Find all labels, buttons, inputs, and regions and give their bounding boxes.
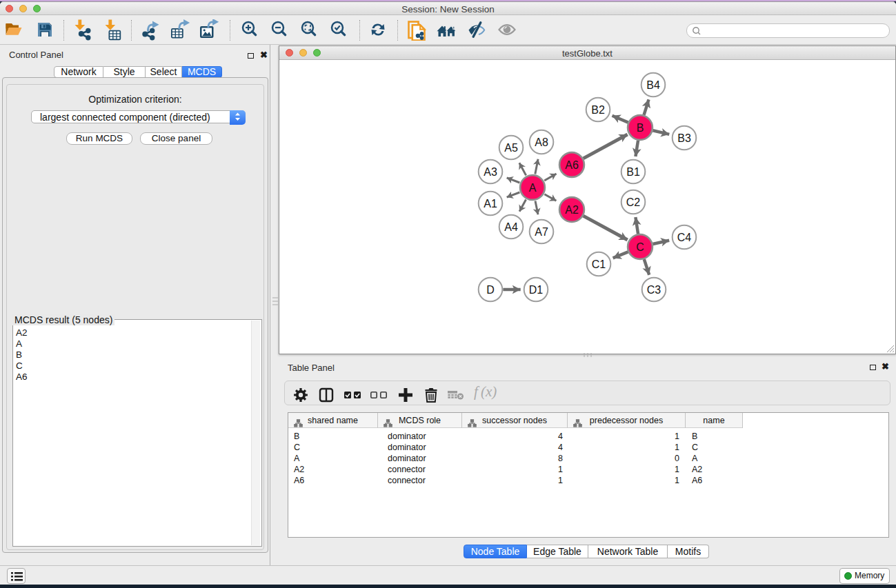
svg-text:A: A: [529, 182, 537, 194]
svg-text:A7: A7: [535, 226, 548, 238]
svg-text:B1: B1: [626, 166, 640, 178]
svg-text:A8: A8: [535, 136, 548, 148]
svg-text:A6: A6: [565, 159, 579, 171]
svg-text:A4: A4: [504, 221, 518, 233]
svg-text:C4: C4: [677, 232, 692, 243]
svg-text:C2: C2: [626, 196, 641, 208]
svg-text:B: B: [637, 122, 644, 134]
svg-text:A2: A2: [565, 204, 579, 216]
svg-text:B2: B2: [591, 104, 605, 116]
svg-text:A1: A1: [484, 198, 497, 210]
svg-text:B3: B3: [677, 132, 691, 144]
svg-text:C1: C1: [592, 258, 606, 270]
svg-text:A3: A3: [484, 166, 497, 178]
svg-text:A5: A5: [504, 142, 518, 154]
svg-text:D: D: [486, 284, 495, 296]
svg-text:D1: D1: [529, 284, 544, 296]
svg-text:B4: B4: [646, 79, 660, 91]
svg-text:C3: C3: [647, 284, 661, 296]
svg-text:C: C: [636, 241, 644, 253]
